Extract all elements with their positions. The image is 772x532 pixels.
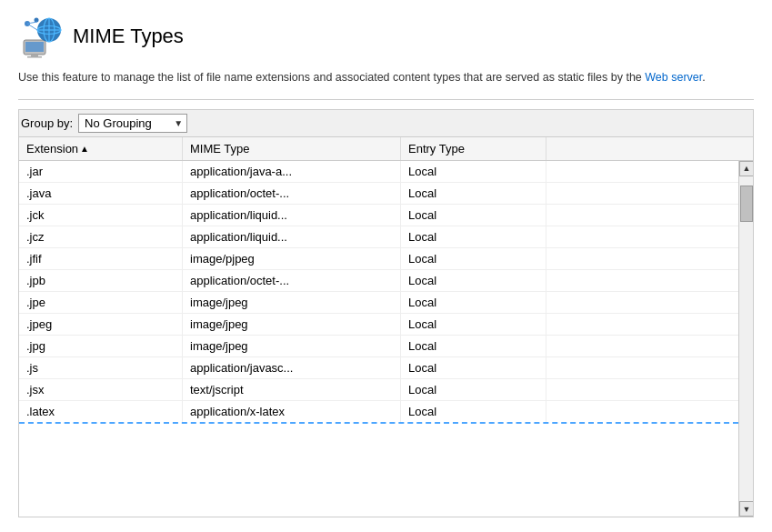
cell-empty [546,205,738,226]
cell-extension: .jpb [19,270,183,291]
cell-empty [546,226,738,247]
cell-mime_type: image/pjpeg [183,248,401,269]
cell-extension: .java [19,183,183,204]
table-row[interactable]: .jsapplication/javasc...Local [19,357,738,379]
col-header-entry-type[interactable]: Entry Type [401,137,546,160]
page-header: MIME Types [18,15,754,58]
table-row[interactable]: .jckapplication/liquid...Local [19,205,738,226]
col-header-extra [546,137,753,160]
cell-mime_type: application/javasc... [183,357,401,378]
cell-entry_type: Local [401,357,546,378]
table-row[interactable]: .jsxtext/jscriptLocal [19,379,738,401]
cell-empty [546,401,738,422]
col-header-entry-type-label: Entry Type [408,142,465,156]
cell-entry_type: Local [401,226,546,247]
cell-mime_type: image/jpeg [183,336,401,356]
description-text-1: Use this feature to manage the list of f… [18,71,645,84]
scroll-track[interactable] [739,176,753,501]
cell-entry_type: Local [401,248,546,269]
chevron-down-icon: ▼ [174,118,183,128]
table-row[interactable]: .jpegimage/jpegLocal [19,314,738,336]
cell-mime_type: image/jpeg [183,292,401,313]
cell-mime_type: image/jpeg [183,314,401,335]
web-server-link[interactable]: Web server [645,71,702,84]
cell-entry_type: Local [401,336,546,356]
cell-entry_type: Local [401,270,546,291]
col-header-mime-type-label: MIME Type [190,142,250,156]
cell-mime_type: application/java-a... [183,161,401,182]
description-text-2: . [702,71,705,84]
sort-asc-icon: ▲ [80,144,89,154]
cell-extension: .latex [19,401,183,422]
scroll-down-button[interactable]: ▼ [739,501,753,517]
cell-empty [546,270,738,291]
cell-extension: .jpeg [19,314,183,335]
table-row[interactable]: .jarapplication/java-a...Local [19,161,738,183]
col-header-extension[interactable]: Extension ▲ [19,137,183,160]
group-by-value: No Grouping [85,116,152,130]
table-row[interactable]: .jpgimage/jpegLocal [19,336,738,357]
separator [18,99,754,100]
svg-line-12 [27,24,37,30]
table-header: Extension ▲ MIME Type Entry Type [19,137,753,161]
cell-entry_type: Local [401,314,546,335]
group-by-bar: Group by: No Grouping ▼ [18,109,754,136]
cell-empty [546,161,738,182]
cell-entry_type: Local [401,161,546,182]
cell-extension: .jcz [19,226,183,247]
table-body-area: .jarapplication/java-a...Local.javaappli… [19,161,753,517]
cell-empty [546,379,738,400]
cell-entry_type: Local [401,183,546,204]
cell-extension: .jpe [19,292,183,313]
group-by-dropdown[interactable]: No Grouping ▼ [78,114,187,133]
cell-mime_type: application/octet-... [183,183,401,204]
svg-rect-2 [31,55,38,56]
table-row[interactable]: .latexapplication/x-latexLocal [19,401,738,424]
scroll-thumb[interactable] [740,186,753,222]
cell-empty [546,248,738,269]
cell-empty [546,292,738,313]
table-row[interactable]: .jczapplication/liquid...Local [19,226,738,248]
cell-entry_type: Local [401,401,546,422]
page-container: MIME Types Use this feature to manage th… [0,0,772,532]
svg-rect-1 [25,42,44,52]
cell-mime_type: text/jscript [183,379,401,400]
cell-extension: .jpg [19,336,183,356]
group-by-label: Group by: [21,116,73,130]
cell-mime_type: application/liquid... [183,226,401,247]
cell-extension: .jck [19,205,183,226]
cell-mime_type: application/x-latex [183,401,401,422]
cell-empty [546,314,738,335]
cell-empty [546,183,738,204]
mime-types-icon [18,15,62,58]
table-row[interactable]: .jpbapplication/octet-...Local [19,270,738,292]
cell-extension: .jfif [19,248,183,269]
cell-empty [546,336,738,356]
table-row[interactable]: .javaapplication/octet-...Local [19,183,738,205]
cell-mime_type: application/octet-... [183,270,401,291]
page-description: Use this feature to manage the list of f… [18,69,754,86]
col-header-extension-label: Extension [26,142,78,156]
cell-entry_type: Local [401,205,546,226]
cell-entry_type: Local [401,379,546,400]
table-rows: .jarapplication/java-a...Local.javaappli… [19,161,738,517]
page-title: MIME Types [73,25,184,48]
cell-entry_type: Local [401,292,546,313]
cell-empty [546,357,738,378]
table-row[interactable]: .jpeimage/jpegLocal [19,292,738,314]
scrollbar: ▲ ▼ [738,161,753,517]
scroll-up-button[interactable]: ▲ [739,161,753,176]
cell-extension: .jsx [19,379,183,400]
cell-extension: .jar [19,161,183,182]
svg-rect-3 [27,56,42,58]
col-header-mime-type[interactable]: MIME Type [183,137,401,160]
cell-mime_type: application/liquid... [183,205,401,226]
mime-types-table: Extension ▲ MIME Type Entry Type .jarapp… [18,136,754,517]
table-row[interactable]: .jfifimage/pjpegLocal [19,248,738,270]
cell-extension: .js [19,357,183,378]
